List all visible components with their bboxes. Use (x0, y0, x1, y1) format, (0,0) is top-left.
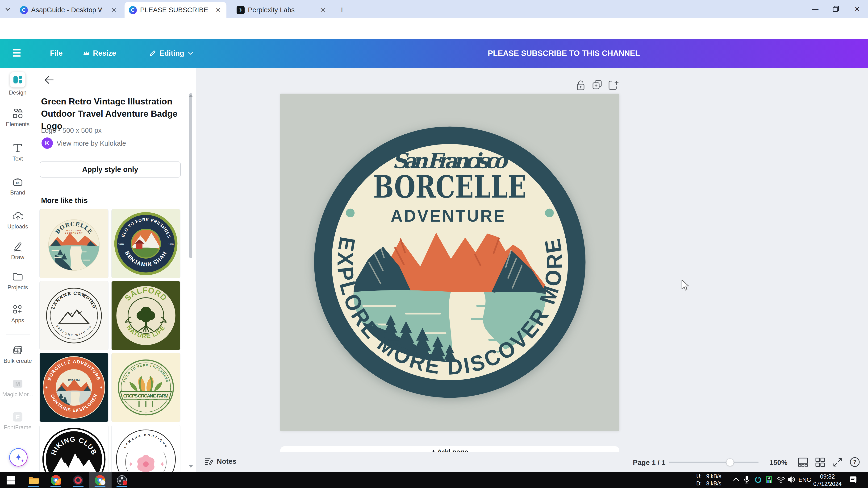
browser-tab-bar: C AsapGuide - Desktop Wallpape ✕ C PLEAS… (0, 0, 868, 18)
crown-icon (83, 51, 90, 56)
tab-title: PLEASE SUBSCRIBE TO THIS CH (140, 6, 209, 14)
draw-pencil-icon (12, 241, 23, 252)
canva-favicon: C (20, 6, 28, 14)
sidebar-item-design[interactable]: Design (0, 72, 35, 96)
svg-text:CROPS ORGANIC FARM: CROPS ORGANIC FARM (123, 393, 168, 398)
brand-kit-icon: co (12, 176, 23, 187)
file-explorer-icon[interactable] (28, 475, 39, 486)
wifi-icon[interactable] (776, 476, 785, 483)
duplicate-page-icon[interactable] (591, 79, 603, 91)
editing-menu[interactable]: Editing (149, 39, 194, 68)
window-close-button[interactable]: ✕ (851, 3, 863, 14)
power-app-icon[interactable] (754, 476, 762, 483)
template-thumb-larana-camping[interactable]: LARANA CAMPING EXPLORE WITH US (39, 281, 108, 350)
apply-style-button[interactable]: Apply style only (40, 161, 181, 177)
hamburger-menu-icon[interactable] (13, 49, 23, 58)
screen: C AsapGuide - Desktop Wallpape ✕ C PLEAS… (0, 0, 868, 488)
tab-title: Perplexity Labs (248, 6, 309, 14)
running-indicator (51, 486, 61, 487)
sparkle-icon-small: ✦ (21, 459, 24, 463)
browser-toolbar: canva.com/design/DAGYG3cgFAI/G7PsQD9sLLd… (0, 18, 868, 39)
chevron-down-icon (187, 51, 194, 55)
opera-icon[interactable] (73, 475, 84, 486)
clock[interactable]: 09:32 07/12/2024 (813, 473, 842, 488)
help-icon[interactable]: ? (849, 457, 860, 467)
sidebar-item-draw[interactable]: Draw (0, 241, 35, 261)
scroll-up-arrow[interactable] (189, 95, 193, 97)
lock-icon[interactable] (575, 79, 587, 91)
sidebar-item-elements[interactable]: Elements (0, 108, 35, 128)
mouse-cursor (680, 280, 691, 292)
elements-icon (12, 108, 23, 119)
notes-button[interactable]: Notes (204, 457, 236, 466)
template-thumb-crops-organic-farm[interactable]: CROPS ORGANIC FARM FIELD TO FORK FRESHNE… (111, 353, 181, 422)
running-indicator (95, 486, 105, 487)
bulk-create-icon (12, 345, 23, 356)
browser-tab-perplexity[interactable]: ✳ Perplexity Labs ✕ (232, 2, 331, 18)
panel-scrollbar[interactable] (189, 93, 193, 470)
obs-icon[interactable] (117, 475, 127, 486)
tab-close-icon[interactable]: ✕ (110, 6, 118, 14)
notes-icon (204, 457, 213, 466)
sidebar-rail: Design Elements Text co Brand Uploads (0, 68, 35, 472)
notification-center-icon[interactable] (849, 476, 857, 484)
sidebar-item-brand[interactable]: co Brand (0, 176, 35, 196)
chrome-profile2-icon[interactable] (95, 475, 105, 486)
language-indicator[interactable]: ENG (799, 476, 811, 484)
sidebar-item-magic-morph[interactable]: M Magic Mor... (0, 379, 35, 398)
browser-tab-active[interactable]: C PLEASE SUBSCRIBE TO THIS CH ✕ (125, 2, 226, 18)
scroll-down-arrow[interactable] (189, 465, 193, 468)
zoom-slider-thumb[interactable] (726, 459, 734, 466)
grid-view-icon[interactable] (815, 457, 825, 467)
canva-favicon: C (129, 6, 137, 14)
page-indicator: Page 1 / 1 (633, 459, 665, 466)
resize-menu[interactable]: Resize (83, 39, 116, 68)
presentation-view-icon[interactable] (798, 457, 808, 467)
badge-logo[interactable]: San Francisco BORCELLE ADVENTURE EXPLORE… (313, 125, 587, 399)
svg-text:?: ? (853, 459, 857, 465)
template-thumb-hiking-club[interactable]: HIKING CLUB (39, 425, 108, 472)
network-speed-monitor[interactable]: U: 9 kB/s D: 8 kB/s (696, 473, 721, 487)
sidebar-item-fontframe[interactable]: F FontFrame (0, 412, 35, 431)
zoom-slider[interactable] (669, 462, 758, 463)
volume-icon[interactable] (787, 476, 796, 483)
sidebar-item-text[interactable]: Text (0, 143, 35, 162)
svg-text:ESTD: ESTD (118, 243, 124, 246)
svg-text:F: F (16, 414, 20, 421)
window-minimize-button[interactable]: — (809, 3, 821, 14)
tab-search-icon[interactable] (4, 6, 11, 12)
chrome-profile1-icon[interactable] (51, 475, 61, 486)
design-page[interactable]: San Francisco BORCELLE ADVENTURE EXPLORE… (280, 94, 619, 431)
svg-text:EQUIPMENT: EQUIPMENT (65, 232, 83, 234)
tray-expand-chevron[interactable] (733, 477, 740, 482)
magic-assistant-button[interactable]: ✦ ✦ (9, 448, 28, 466)
sidebar-item-projects[interactable]: Projects (0, 271, 35, 291)
microphone-icon[interactable] (743, 475, 750, 484)
template-thumb-borcelle-outdoor[interactable]: BORCELLE OUTDOOR EQUIPMENT (39, 209, 108, 278)
svg-text:EST. 2024: EST. 2024 (68, 379, 80, 382)
template-thumb-benjamin-shah[interactable]: FIELD TO FORK FRESHNESS BENJAMIN SHAH ES… (111, 209, 181, 278)
new-tab-button[interactable]: + (339, 5, 345, 15)
template-thumb-larana-boutique[interactable]: LARANA BOUTIQUE (111, 425, 181, 472)
template-thumb-borcelle-adventure[interactable]: EST. 2024 BORCELLE ADVENTURE MOUNTAINS E… (39, 353, 108, 422)
sidebar-item-bulk-create[interactable]: Bulk create (0, 345, 35, 364)
window-restore-button[interactable] (830, 3, 842, 14)
gpu-tray-icon[interactable] (766, 476, 773, 484)
sidebar-item-uploads[interactable]: Uploads (0, 210, 35, 230)
svg-text:OUTDOOR: OUTDOOR (66, 229, 82, 231)
file-menu[interactable]: File (50, 39, 63, 68)
folder-icon (12, 271, 23, 282)
browser-tab-asapguide[interactable]: C AsapGuide - Desktop Wallpape ✕ (16, 2, 122, 18)
add-page-icon[interactable] (607, 79, 619, 91)
tab-close-icon[interactable]: ✕ (319, 6, 327, 14)
start-button[interactable] (5, 475, 16, 486)
view-more-link[interactable]: View more by Kulokale (57, 139, 126, 148)
fullscreen-icon[interactable] (833, 457, 842, 467)
back-button-panel[interactable] (44, 75, 54, 85)
author-avatar[interactable]: K (41, 137, 53, 149)
tab-close-icon[interactable]: ✕ (214, 6, 222, 14)
template-thumb-salford[interactable]: SALFORD NATURE LIFE (111, 281, 181, 350)
sidebar-item-apps[interactable]: Apps (0, 304, 35, 324)
scrollbar-thumb[interactable] (189, 93, 192, 258)
svg-text:co: co (16, 181, 19, 185)
